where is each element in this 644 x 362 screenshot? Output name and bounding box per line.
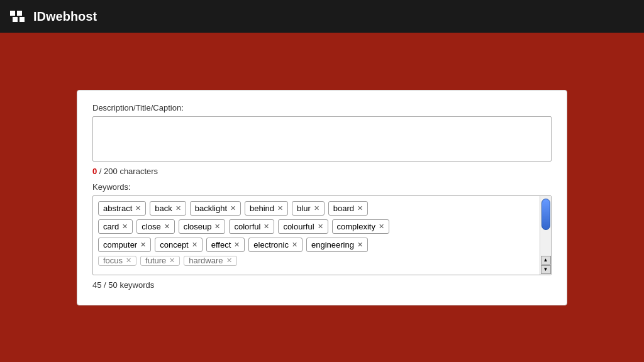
keyword-label: close xyxy=(142,222,160,231)
keyword-tag-partial1: focus ✕ xyxy=(98,256,136,266)
brand-name: IDwebhost xyxy=(33,9,97,24)
remove-partial1-button[interactable]: ✕ xyxy=(126,256,131,265)
description-textarea[interactable] xyxy=(92,116,552,162)
char-count-display: 0 / 200 characters xyxy=(92,167,552,176)
remove-partial2-button[interactable]: ✕ xyxy=(169,256,175,265)
keyword-count-display: 45 / 50 keywords xyxy=(92,280,552,290)
keyword-tag-close: close ✕ xyxy=(136,219,174,234)
keyword-label: backlight xyxy=(195,204,227,213)
keyword-label: future xyxy=(145,256,166,265)
keyword-label: card xyxy=(103,222,119,231)
keyword-tag-complexity: complexity ✕ xyxy=(332,219,389,234)
keyword-label: engineering xyxy=(311,240,354,250)
keyword-count-number: 45 xyxy=(92,280,101,290)
keyword-tag-computer: computer ✕ xyxy=(98,238,151,252)
remove-electronic-button[interactable]: ✕ xyxy=(292,241,297,249)
keyword-tag-back: back ✕ xyxy=(150,201,186,216)
keyword-tag-partial3: hardware ✕ xyxy=(184,256,236,266)
remove-close-button[interactable]: ✕ xyxy=(164,222,170,231)
description-label: Description/Title/Caption: xyxy=(92,103,552,112)
keywords-container: abstract ✕ back ✕ backlight ✕ behind ✕ xyxy=(92,195,552,275)
keyword-label: colourful xyxy=(283,222,314,231)
keyword-tag-colourful: colourful ✕ xyxy=(278,219,328,234)
keyword-tag-engineering: engineering ✕ xyxy=(306,238,368,252)
remove-engineering-button[interactable]: ✕ xyxy=(357,241,363,249)
scroll-down-button[interactable]: ▼ xyxy=(541,265,551,274)
remove-complexity-button[interactable]: ✕ xyxy=(379,222,384,231)
scrollbar: ▲ ▼ xyxy=(540,196,551,275)
keyword-tag-colorful: colorful ✕ xyxy=(229,219,274,234)
keyword-tag-partial2: future ✕ xyxy=(140,256,180,266)
keyword-tag-blur: blur ✕ xyxy=(292,201,325,216)
remove-computer-button[interactable]: ✕ xyxy=(140,241,146,249)
scroll-thumb[interactable] xyxy=(541,199,550,230)
keyword-label: complexity xyxy=(337,222,375,231)
remove-blur-button[interactable]: ✕ xyxy=(314,204,319,212)
keyword-tag-effect: effect ✕ xyxy=(206,238,245,252)
remove-partial3-button[interactable]: ✕ xyxy=(226,256,232,265)
keywords-label: Keywords: xyxy=(92,182,552,192)
remove-colourful-button[interactable]: ✕ xyxy=(318,222,323,231)
header: IDwebhost xyxy=(0,0,644,33)
remove-closeup-button[interactable]: ✕ xyxy=(214,222,220,231)
remove-back-button[interactable]: ✕ xyxy=(175,204,181,212)
keyword-count-suffix: / 50 keywords xyxy=(104,280,154,290)
keyword-label: blur xyxy=(297,204,311,213)
keyword-tag-closeup: closeup ✕ xyxy=(179,219,226,234)
remove-backlight-button[interactable]: ✕ xyxy=(230,204,236,212)
keyword-tag-card: card ✕ xyxy=(98,219,133,234)
keyword-label: abstract xyxy=(103,204,132,213)
keyword-tag-behind: behind ✕ xyxy=(245,201,288,216)
keyword-label: back xyxy=(155,204,172,213)
keyword-label: colorful xyxy=(234,222,260,231)
remove-concept-button[interactable]: ✕ xyxy=(192,241,197,249)
scroll-up-button[interactable]: ▲ xyxy=(541,256,551,265)
keyword-tag-abstract: abstract ✕ xyxy=(98,201,146,216)
logo-icon xyxy=(10,11,25,22)
char-count-number: 0 xyxy=(92,167,97,176)
remove-colorful-button[interactable]: ✕ xyxy=(264,222,269,231)
keywords-scroll-area: abstract ✕ back ✕ backlight ✕ behind ✕ xyxy=(93,196,540,275)
main-content: Description/Title/Caption: 0 / 200 chara… xyxy=(0,33,644,362)
keywords-row-3: computer ✕ concept ✕ effect ✕ electronic… xyxy=(98,238,535,252)
keyword-tag-concept: concept ✕ xyxy=(155,238,203,252)
remove-card-button[interactable]: ✕ xyxy=(122,222,128,231)
keyword-label: computer xyxy=(103,240,137,250)
keyword-label: hardware xyxy=(189,256,223,265)
remove-behind-button[interactable]: ✕ xyxy=(277,204,283,212)
keywords-row-2: card ✕ close ✕ closeup ✕ colorful ✕ xyxy=(98,219,535,234)
keyword-tag-backlight: backlight ✕ xyxy=(190,201,241,216)
remove-abstract-button[interactable]: ✕ xyxy=(135,204,141,212)
char-count-suffix: / 200 characters xyxy=(99,167,158,176)
remove-effect-button[interactable]: ✕ xyxy=(234,241,240,249)
form-card: Description/Title/Caption: 0 / 200 chara… xyxy=(77,90,567,305)
keyword-label: focus xyxy=(103,256,123,265)
keyword-label: closeup xyxy=(184,222,212,231)
keyword-label: board xyxy=(333,204,354,213)
keywords-row-1: abstract ✕ back ✕ backlight ✕ behind ✕ xyxy=(98,201,535,216)
keyword-tag-board: board ✕ xyxy=(328,201,368,216)
keyword-label: electronic xyxy=(253,240,289,250)
keyword-tag-electronic: electronic ✕ xyxy=(248,238,303,252)
remove-board-button[interactable]: ✕ xyxy=(357,204,363,212)
keyword-label: effect xyxy=(211,240,231,250)
keyword-label: concept xyxy=(160,240,189,250)
keyword-label: behind xyxy=(250,204,274,213)
keywords-row-4: focus ✕ future ✕ hardware ✕ xyxy=(98,256,535,266)
